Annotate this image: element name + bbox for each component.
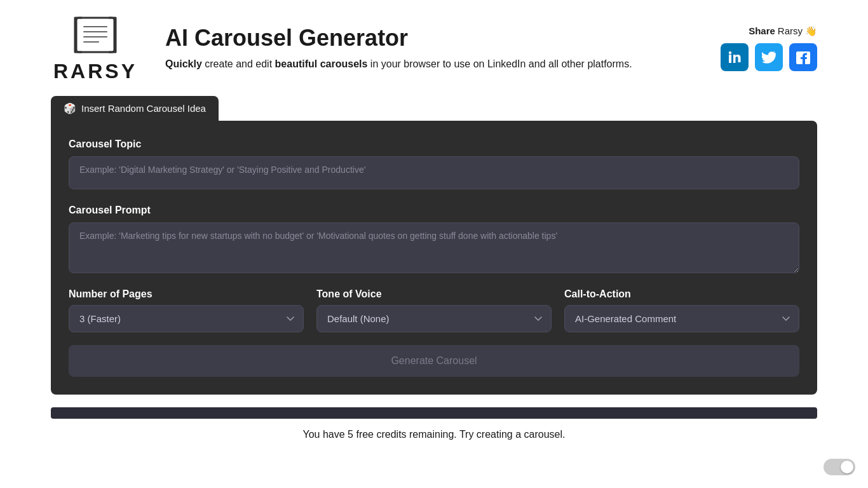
cta-select[interactable]: AI-Generated Comment None Follow Me Cust… <box>564 305 799 332</box>
form-card: Carousel Topic Carousel Prompt Number of… <box>51 121 817 395</box>
share-label: Share Rarsy 👋 <box>749 25 817 37</box>
tone-group: Tone of Voice Default (None) Professiona… <box>316 288 552 332</box>
twitter-button[interactable] <box>755 43 783 71</box>
pages-label: Number of Pages <box>69 288 304 300</box>
tone-label: Tone of Voice <box>316 288 552 300</box>
prompt-label: Carousel Prompt <box>69 205 799 216</box>
header-title-area: AI Carousel Generator Quickly create and… <box>165 25 677 72</box>
page-title: AI Carousel Generator <box>165 25 677 51</box>
svg-point-6 <box>729 51 731 53</box>
logo-area: RARSY <box>51 13 140 83</box>
tab-bar: 🎲 Insert Random Carousel Idea <box>51 96 817 121</box>
cta-label: Call-to-Action <box>564 288 799 300</box>
header-subtitle: Quickly create and edit beautiful carous… <box>165 57 677 72</box>
prompt-input[interactable] <box>69 222 799 273</box>
pages-select[interactable]: 3 (Faster) 5 7 10 <box>69 305 304 332</box>
tone-select[interactable]: Default (None) Professional Casual Frien… <box>316 305 552 332</box>
toggle-area[interactable] <box>824 459 855 475</box>
footer: You have 5 free credits remaining. Try c… <box>0 429 868 440</box>
svg-rect-0 <box>76 18 114 52</box>
generate-button[interactable]: Generate Carousel <box>69 345 799 377</box>
toggle-switch[interactable] <box>824 459 855 475</box>
facebook-button[interactable] <box>789 43 817 71</box>
linkedin-button[interactable] <box>721 43 749 71</box>
logo-icon <box>70 13 121 57</box>
progress-area <box>51 407 817 419</box>
svg-rect-5 <box>729 55 731 63</box>
logo-wordmark: RARSY <box>53 60 137 83</box>
topic-input[interactable] <box>69 156 799 189</box>
cta-group: Call-to-Action AI-Generated Comment None… <box>564 288 799 332</box>
selects-row: Number of Pages 3 (Faster) 5 7 10 Tone o… <box>69 288 799 332</box>
social-icons <box>721 43 817 71</box>
credits-text: You have 5 free credits remaining. Try c… <box>0 429 868 440</box>
random-idea-tab[interactable]: 🎲 Insert Random Carousel Idea <box>51 96 219 121</box>
share-area: Share Rarsy 👋 <box>703 25 817 71</box>
tab-icon: 🎲 <box>64 102 76 114</box>
topic-label: Carousel Topic <box>69 139 799 150</box>
topic-section: Carousel Topic <box>69 139 799 192</box>
prompt-section: Carousel Prompt <box>69 205 799 276</box>
header: RARSY AI Carousel Generator Quickly crea… <box>0 0 868 96</box>
progress-bar-background <box>51 407 817 419</box>
tab-label: Insert Random Carousel Idea <box>81 103 206 114</box>
main-content: 🎲 Insert Random Carousel Idea Carousel T… <box>0 96 868 395</box>
pages-group: Number of Pages 3 (Faster) 5 7 10 <box>69 288 304 332</box>
toggle-knob <box>841 461 853 473</box>
